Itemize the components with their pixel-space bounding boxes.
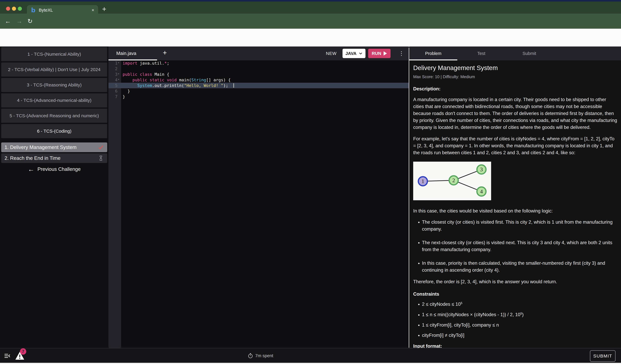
tab-test[interactable]: Test [457, 47, 505, 60]
new-tab-button[interactable]: + [102, 5, 106, 13]
code-text: import java.util.*; [121, 61, 169, 66]
screen-top-edge [0, 0, 621, 1]
line-number: 2 [108, 66, 121, 71]
hourglass-icon [98, 155, 104, 161]
code-text: System.out.println("Hello, World! "); [121, 83, 228, 88]
back-icon[interactable]: ← [5, 14, 11, 29]
sidebar-section[interactable]: 1 - TCS-(Numerical Ability) [1, 47, 107, 61]
order-answer-text: Therefore, the order is [2, 3, 4], which… [413, 279, 618, 284]
sidebar-section[interactable]: 5 - TCS-(Advanced Reasoning and numeric) [1, 109, 107, 123]
challenge-label: 2. Reach the End in Time [4, 155, 98, 161]
forward-icon[interactable]: → [16, 14, 22, 29]
traffic-light-close[interactable] [6, 7, 10, 11]
logic-intro: In this case, the cities would be visite… [413, 208, 618, 215]
submit-button[interactable]: SUBMIT [590, 350, 616, 362]
graph-node-label: 4 [480, 188, 483, 195]
code-text: public static void main(String[] args) { [121, 78, 231, 82]
language-select[interactable]: JAVA [343, 49, 365, 58]
description-paragraph-1: A manufacturing company is located in a … [413, 96, 618, 131]
left-arrow-icon: ← [28, 165, 34, 173]
traffic-light-zoom[interactable] [18, 7, 22, 11]
warning-count-badge: 7 [20, 348, 26, 355]
city-graph-figure: 1234 [413, 162, 491, 200]
run-label: RUN [372, 51, 381, 56]
time-spent: 7m spent [248, 348, 273, 363]
code-line[interactable]: 6 } [108, 88, 409, 94]
code-text: } [121, 89, 130, 93]
warning-indicator[interactable]: 7 [15, 350, 25, 361]
file-tab-main-java[interactable]: Main.java [116, 47, 136, 60]
tab-problem[interactable]: Problem [409, 47, 457, 60]
assessment-sidebar: 1 - TCS-(Numerical Ability)2 - TCS-(Verb… [0, 47, 108, 348]
graph-node-label: 3 [480, 166, 483, 172]
editor-menu-icon[interactable]: ⋮ [399, 47, 404, 60]
line-number: 5 [108, 83, 121, 88]
previous-challenge-button[interactable]: ← Previous Challenge [0, 165, 108, 173]
screen: b ByteXL × + ← → ↻ bytexl.app/assessment… [0, 0, 621, 364]
editor-tab-bar: Main.java + NEW JAVA RUN ⋮ [108, 47, 409, 60]
code-line[interactable]: 7} [108, 94, 409, 99]
new-file-icon[interactable]: + [163, 49, 167, 57]
description-heading: Description: [413, 86, 618, 92]
bytexl-favicon: b [31, 7, 35, 14]
problem-panel: ProblemTestSubmit Delivery Management Sy… [409, 47, 621, 348]
collapse-panel-icon[interactable] [4, 352, 11, 359]
play-icon [384, 51, 387, 55]
constraint-item: 1 ≤ cityFrom[i], cityTo[i], company ≤ n [422, 322, 618, 328]
time-spent-label: 7m spent [255, 353, 273, 358]
sidebar-section[interactable]: 3 - TCS-(Reasoning Ability) [1, 78, 107, 92]
bottom-bar: 7 7m spent SUBMIT [0, 348, 621, 363]
challenge-item[interactable]: 2. Reach the End in Time [1, 153, 107, 163]
section-list: 1 - TCS-(Numerical Ability)2 - TCS-(Verb… [1, 47, 107, 139]
fold-arrow-icon[interactable]: ▾ [118, 61, 120, 64]
new-button[interactable]: NEW [326, 47, 337, 60]
window-bottom-edge [0, 363, 621, 364]
code-line[interactable]: 1▾import java.util.*; [108, 60, 409, 66]
constraint-item: cityFrom[i] ≠ cityTo[i] [422, 333, 618, 338]
code-text: public class Main { [121, 72, 169, 77]
challenge-item[interactable]: 1. Delivery Management System [1, 142, 107, 152]
tab-close-icon[interactable]: × [91, 8, 94, 13]
code-lines: 1▾import java.util.*;23▾public class Mai… [108, 60, 409, 99]
challenge-list: 1. Delivery Management System2. Reach th… [1, 142, 107, 164]
description-paragraph-2: For example, let's say that the number o… [413, 135, 618, 156]
problem-content[interactable]: Delivery Management System Max Score: 10… [409, 60, 621, 348]
code-line[interactable]: 3▾public class Main { [108, 71, 409, 77]
constraint-item: 1 ≤ n ≤ min((cityNodes × (cityNodes - 1)… [422, 312, 618, 317]
run-button[interactable]: RUN [368, 49, 391, 58]
challenge-label: 1. Delivery Management System [4, 144, 98, 150]
sidebar-section[interactable]: 6 - TCS-(Coding) [1, 124, 107, 138]
problem-title: Delivery Management System [413, 64, 618, 71]
previous-challenge-label: Previous Challenge [37, 166, 81, 172]
fold-arrow-icon[interactable]: ▾ [118, 78, 120, 81]
stopwatch-icon [248, 353, 253, 358]
code-editor[interactable] [121, 60, 409, 347]
fold-arrow-icon[interactable]: ▾ [118, 72, 120, 75]
line-number: 7 [108, 94, 121, 99]
browser-tab-title: ByteXL [39, 8, 53, 13]
problem-tab-bar: ProblemTestSubmit [409, 47, 621, 60]
logic-bullet: In this case, priority is then calculate… [422, 260, 618, 274]
problem-meta: Max Score: 10 | Difficulty: Medium [413, 75, 618, 79]
chevron-down-icon [359, 51, 362, 55]
check-icon [98, 144, 104, 150]
app-toolbar: ← Karth [0, 29, 621, 47]
reload-icon[interactable]: ↻ [28, 14, 33, 29]
code-line[interactable]: 2 [108, 66, 409, 71]
browser-tab-strip: b ByteXL × + [0, 1, 621, 14]
line-number: 6 [108, 89, 121, 93]
constraints-list: 2 ≤ cityNodes ≤ 1051 ≤ n ≤ min((cityNode… [413, 301, 618, 338]
sidebar-section[interactable]: 2 - TCS-(Verbal Ability) | Don't Use | J… [1, 63, 107, 77]
constraints-heading: Constraints [413, 291, 618, 297]
code-line[interactable]: 4▾ public static void main(String[] args… [108, 77, 409, 83]
sidebar-section[interactable]: 4 - TCS-(Advanced-numerical-ability) [1, 93, 107, 107]
traffic-light-minimize[interactable] [12, 7, 16, 11]
code-line[interactable]: 5 System.out.println("Hello, World! "); [108, 83, 409, 88]
tab-submit[interactable]: Submit [505, 47, 553, 60]
graph-node-label: 1 [421, 178, 424, 184]
logic-bullet: The closest city (or cities) is visited … [422, 219, 618, 232]
text-cursor [233, 83, 234, 88]
browser-toolbar: ← → ↻ bytexl.app/assessment/423qxhh6g ☆ … [0, 14, 621, 29]
code-text: } [121, 94, 125, 99]
logic-bullet-list: The closest city (or cities) is visited … [413, 219, 618, 274]
